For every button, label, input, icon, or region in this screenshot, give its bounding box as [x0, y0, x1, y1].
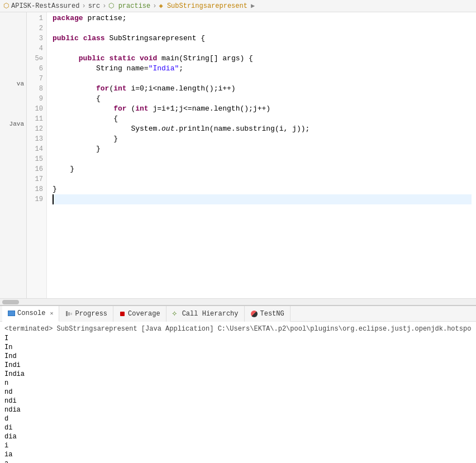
tab-bar: Console ✕ Progress Coverage ⟡ Call Hiera… [0, 306, 476, 322]
code-line-8: for(int i=0;i<name.length();i++) [53, 84, 472, 94]
console-output[interactable]: <terminated> SubStringsarepresent [Java … [0, 322, 476, 463]
console-output-line-3: Ind [4, 352, 472, 361]
console-output-line-1: I [4, 334, 472, 343]
console-output-line-8: ndi [4, 397, 472, 405]
code-line-10: for (int j=i+1;j<=name.length();j++) [53, 104, 472, 114]
code-line-3: public class SubStringsarepresent { [53, 34, 472, 44]
horizontal-scrollbar[interactable] [0, 298, 476, 305]
breadcrumb-package[interactable]: ⬡ practise [108, 2, 150, 10]
console-output-line-14: ia [4, 450, 472, 459]
console-output-line-11: di [4, 423, 472, 432]
tab-callhierarchy[interactable]: ⟡ Call Hierarchy [166, 306, 245, 322]
code-editor[interactable]: 1 2 3 4 5⊖ 6 7 8 9 10 11 12 13 14 15 16 … [27, 12, 476, 298]
code-line-6: String name="India"; [53, 64, 472, 74]
code-line-14: } [53, 144, 472, 154]
console-icon [8, 311, 15, 316]
breadcrumb: ⬡ APISK-RestAssured › src › ⬡ practise ›… [0, 0, 476, 12]
tab-coverage-label: Coverage [128, 310, 160, 318]
sidebar-label-java: Java [9, 121, 24, 127]
console-output-line-5: India [4, 370, 472, 379]
console-output-line-13: i [4, 441, 472, 450]
console-output-line-2: In [4, 343, 472, 352]
code-line-18: } [53, 184, 472, 194]
code-line-2 [53, 23, 472, 34]
line-numbers: 1 2 3 4 5⊖ 6 7 8 9 10 11 12 13 14 15 16 … [27, 12, 47, 298]
breadcrumb-icon: ⬡ [3, 2, 9, 10]
code-line-4 [53, 44, 472, 54]
breadcrumb-project[interactable]: APISK-RestAssured [11, 2, 79, 10]
console-output-line-6: n [4, 379, 472, 388]
console-output-line-4: Indi [4, 361, 472, 370]
console-status: <terminated> SubStringsarepresent [Java … [4, 324, 472, 334]
console-output-line-15: a [4, 459, 472, 463]
console-output-line-10: d [4, 414, 472, 423]
coverage-icon [119, 311, 126, 317]
tab-console-label: Console [17, 309, 45, 317]
code-line-15 [53, 154, 472, 164]
tab-testng-label: TestNG [260, 310, 284, 318]
code-line-7 [53, 74, 472, 84]
breadcrumb-class[interactable]: ◈ SubStringsarepresent [159, 2, 247, 10]
tab-coverage[interactable]: Coverage [113, 306, 166, 322]
code-line-17 [53, 174, 472, 184]
tab-progress-label: Progress [75, 310, 107, 318]
sidebar-label-va: va [17, 80, 24, 87]
tab-console-close[interactable]: ✕ [50, 310, 53, 317]
code-line-11: { [53, 114, 472, 124]
code-line-9: { [53, 94, 472, 104]
code-line-16: } [53, 164, 472, 174]
testng-icon [250, 310, 258, 318]
tab-progress[interactable]: Progress [59, 306, 113, 322]
tab-callhierarchy-label: Call Hierarchy [182, 310, 239, 318]
breadcrumb-arrow: ▶ [251, 2, 255, 10]
callhierarchy-icon: ⟡ [172, 310, 180, 318]
code-line-12: System.out.println(name.substring(i, j))… [53, 124, 472, 134]
progress-icon [65, 310, 73, 318]
code-line-5: public static void main(String[] args) { [53, 54, 472, 64]
breadcrumb-src[interactable]: src [88, 2, 101, 10]
code-line-13: } [53, 134, 472, 144]
code-line-1: package practise; [53, 13, 472, 23]
code-content[interactable]: package practise; public class SubString… [48, 12, 476, 298]
editor-container: va Java 1 2 3 4 5⊖ 6 7 8 9 10 11 12 13 1… [0, 12, 476, 298]
console-output-line-12: dia [4, 432, 472, 441]
sidebar-left: va Java [0, 12, 27, 298]
scrollbar-thumb[interactable] [2, 300, 19, 304]
bottom-panel: Console ✕ Progress Coverage ⟡ Call Hiera… [0, 305, 476, 463]
console-output-line-9: ndia [4, 405, 472, 414]
console-output-line-7: nd [4, 388, 472, 397]
tab-testng[interactable]: TestNG [245, 306, 291, 322]
tab-console[interactable]: Console ✕ [2, 306, 59, 322]
code-line-19 [53, 194, 472, 204]
